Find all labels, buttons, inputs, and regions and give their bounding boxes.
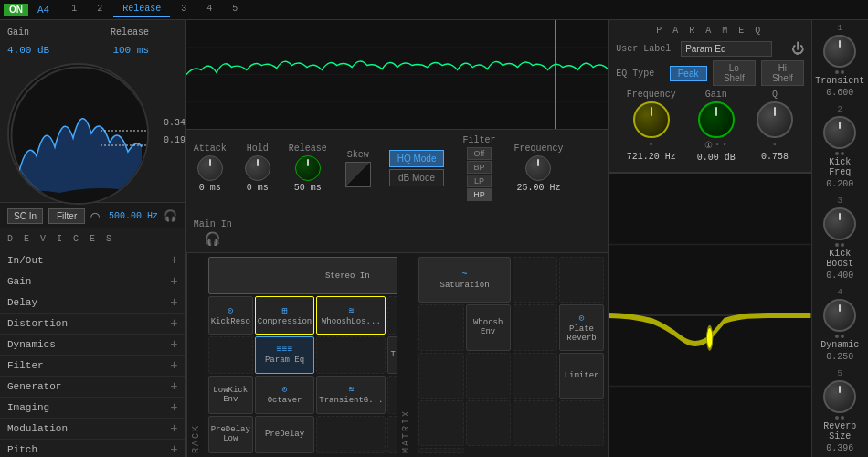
note-label: A4 [37,5,49,16]
skew-control[interactable] [345,162,371,187]
rack-predelay-low[interactable]: PreDelay Low [208,416,253,453]
rack-compression[interactable]: ⊞ Compression [255,296,314,334]
eq-type-peak[interactable]: Peak [670,66,707,81]
fr-knob-1[interactable] [823,35,856,68]
device-name: Delay [7,297,37,308]
device-add-icon[interactable]: + [170,421,177,436]
on-button[interactable]: ON [4,4,28,16]
rack-octaver[interactable]: ⊙ Octaver [255,376,314,413]
tab-3[interactable]: 3 [172,2,196,17]
fr-label: Reverb Size [816,421,864,441]
bottom-controls: SC In Filter ⌒ 500.00 Hz 🎧 [0,203,185,228]
q-knob-label: Q [772,90,778,100]
stereo-in-item[interactable]: Stereo In [208,257,397,294]
rack-whoosh-env[interactable]: Whoosh Env [466,304,511,350]
hold-label: Hold [247,143,269,154]
hq-mode-button[interactable]: HQ Mode [389,150,445,167]
device-item-in/out[interactable]: In/Out+ [0,250,185,271]
rack-empty-11 [387,416,397,453]
device-item-imaging[interactable]: Imaging+ [0,398,185,419]
tab-2[interactable]: 2 [88,2,111,17]
freq-knob[interactable] [633,101,670,138]
fr-knob-3[interactable] [823,207,856,240]
rack-transient[interactable]: Transient [387,336,397,374]
device-add-icon[interactable]: + [170,379,177,394]
tab-5[interactable]: 5 [223,2,247,17]
comp-labels: Gain Release [7,27,149,37]
device-add-icon[interactable]: + [170,400,177,415]
q-knob[interactable] [757,101,793,138]
center-panel: dB From -48.00 dB 0.00 dB dB To At [186,20,609,457]
power-icon[interactable]: ⏻ [791,42,804,57]
attack-knob[interactable] [197,155,223,181]
device-item-distortion[interactable]: Distortion+ [0,314,185,335]
rack-plate-reverb[interactable]: ⊙ Plate Reverb [559,304,604,350]
fr-knob-5[interactable] [823,380,856,413]
matrix-empty-4 [513,304,557,350]
filter-lp-btn[interactable]: LP [467,175,492,187]
db-mode-button[interactable]: dB Mode [389,169,445,186]
device-add-icon[interactable]: + [170,358,177,373]
tab-1[interactable]: 1 [62,2,86,17]
gain-knob[interactable] [698,101,735,138]
device-item-delay[interactable]: Delay+ [0,292,185,314]
tab-release[interactable]: Release [113,2,170,17]
fr-knob-4[interactable] [823,299,856,332]
filter-hp-btn[interactable]: HP [467,188,492,201]
filter-bp-btn[interactable]: BP [467,161,492,174]
eq-type-lo-shelf[interactable]: Lo Shelf [713,60,757,86]
fr-knob-2[interactable] [823,116,856,149]
rack-limiter[interactable]: Limiter [559,353,604,399]
fr-item-kick-freq: 2 Kick Freq 0.200 [816,105,864,189]
device-add-icon[interactable]: + [170,337,177,352]
rack-param-eq[interactable]: ≡≡≡ Param Eq [255,336,314,374]
device-item-modulation[interactable]: Modulation+ [0,419,185,440]
fr-value: 0.200 [826,179,853,189]
device-add-icon[interactable]: + [170,442,177,457]
fr-item-kick-boost: 3 Kick Boost 0.400 [816,197,864,281]
param-knob-row: Frequency ◦ 721.20 Hz Gain ① ◦ ◦ 0.00 [616,90,803,163]
rack-lowkick-env[interactable]: LowKick Env [208,376,253,413]
matrix-empty-11 [559,400,604,446]
filter-ctrl-group: Filter Off BP LP HP [462,135,495,201]
release-knob[interactable] [295,155,321,181]
rack-saturation[interactable]: ~ Saturation [418,257,510,303]
eq-type-hi-shelf[interactable]: Hi Shelf [761,60,803,86]
user-label-input[interactable] [681,41,772,57]
gain-dot2: ◦ [722,140,727,151]
device-item-filter[interactable]: Filter+ [0,356,185,377]
filter-button[interactable]: Filter [48,208,85,224]
fr-index: 2 [838,105,842,114]
frequency-ctrl-group: Frequency 25.00 Hz [513,143,563,193]
device-add-icon[interactable]: + [170,274,177,289]
hold-knob[interactable] [245,155,270,181]
rack-predelay[interactable]: PreDelay [255,416,314,453]
device-item-generator[interactable]: Generator+ [0,377,185,398]
device-add-icon[interactable]: + [170,316,177,331]
rack-empty-1 [387,296,397,334]
rack-transient-g[interactable]: ≋ TransientG... [316,376,386,413]
rack-kick-reso[interactable]: ⊙ KickReso [208,296,253,334]
release-group: Release 50 ms [289,143,327,193]
skew-group: Skew [345,150,371,187]
sc-in-button[interactable]: SC In [7,208,43,224]
fr-index: 3 [838,197,842,206]
device-item-dynamics[interactable]: Dynamics+ [0,335,185,356]
device-add-icon[interactable]: + [170,253,177,268]
skew-label: Skew [347,150,369,160]
device-item-pitch[interactable]: Pitch+ [0,440,185,457]
device-add-icon[interactable]: + [170,295,177,310]
frequency-knob[interactable] [525,155,551,181]
comp-values: 4.00 dB 100 ms [7,45,149,56]
tab-4[interactable]: 4 [197,2,221,17]
eq-controls: Attack 0 ms Hold 0 ms Release 50 ms Skew… [186,130,609,253]
filter-ctrl-label: Filter [462,135,495,145]
release-value: 100 ms [112,45,149,56]
device-item-gain[interactable]: Gain+ [0,271,185,292]
far-right-panel: 1 Transient 0.600 2 Kick Freq 0.200 3 Ki… [811,20,868,457]
fr-dots [835,243,844,247]
rack-whoosh[interactable]: ≋ WhooshLos... [316,296,386,334]
frequency-ctrl-label: Frequency [513,143,563,154]
gain-indicator: ① [704,140,713,151]
filter-off-btn[interactable]: Off [467,147,492,160]
